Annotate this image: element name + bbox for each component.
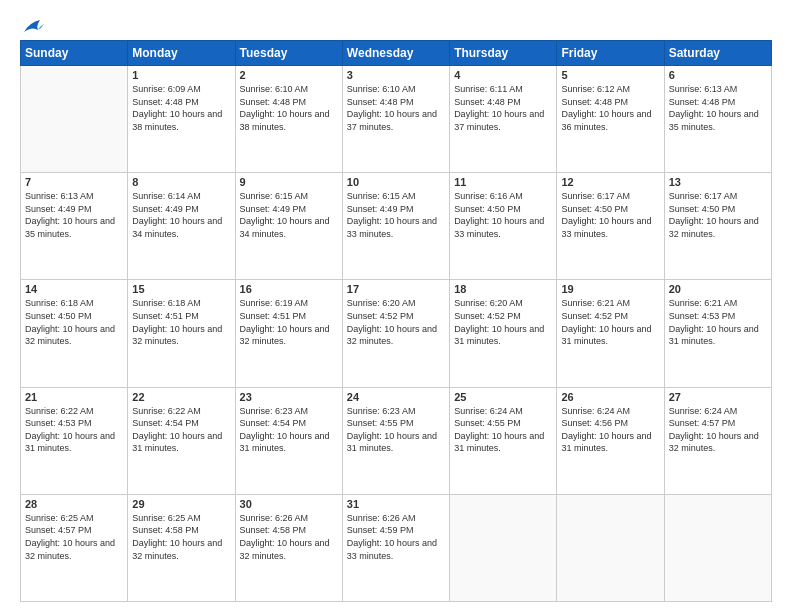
calendar-cell: 23 Sunrise: 6:23 AMSunset: 4:54 PMDaylig… [235, 387, 342, 494]
day-number: 21 [25, 391, 123, 403]
day-number: 1 [132, 69, 230, 81]
day-number: 15 [132, 283, 230, 295]
day-info: Sunrise: 6:09 AMSunset: 4:48 PMDaylight:… [132, 83, 230, 133]
day-info: Sunrise: 6:17 AMSunset: 4:50 PMDaylight:… [561, 190, 659, 240]
day-number: 29 [132, 498, 230, 510]
day-info: Sunrise: 6:24 AMSunset: 4:57 PMDaylight:… [669, 405, 767, 455]
day-number: 19 [561, 283, 659, 295]
day-info: Sunrise: 6:20 AMSunset: 4:52 PMDaylight:… [454, 297, 552, 347]
calendar-cell: 22 Sunrise: 6:22 AMSunset: 4:54 PMDaylig… [128, 387, 235, 494]
calendar-cell: 27 Sunrise: 6:24 AMSunset: 4:57 PMDaylig… [664, 387, 771, 494]
calendar-cell: 18 Sunrise: 6:20 AMSunset: 4:52 PMDaylig… [450, 280, 557, 387]
day-number: 8 [132, 176, 230, 188]
day-number: 7 [25, 176, 123, 188]
calendar-header-saturday: Saturday [664, 41, 771, 66]
calendar-week-row: 7 Sunrise: 6:13 AMSunset: 4:49 PMDayligh… [21, 173, 772, 280]
day-info: Sunrise: 6:14 AMSunset: 4:49 PMDaylight:… [132, 190, 230, 240]
calendar-cell [21, 66, 128, 173]
day-info: Sunrise: 6:22 AMSunset: 4:53 PMDaylight:… [25, 405, 123, 455]
calendar-week-row: 14 Sunrise: 6:18 AMSunset: 4:50 PMDaylig… [21, 280, 772, 387]
calendar-cell: 28 Sunrise: 6:25 AMSunset: 4:57 PMDaylig… [21, 494, 128, 601]
day-info: Sunrise: 6:18 AMSunset: 4:50 PMDaylight:… [25, 297, 123, 347]
calendar-header-monday: Monday [128, 41, 235, 66]
page: SundayMondayTuesdayWednesdayThursdayFrid… [0, 0, 792, 612]
calendar-cell: 1 Sunrise: 6:09 AMSunset: 4:48 PMDayligh… [128, 66, 235, 173]
day-number: 5 [561, 69, 659, 81]
calendar-cell: 17 Sunrise: 6:20 AMSunset: 4:52 PMDaylig… [342, 280, 449, 387]
calendar-cell [450, 494, 557, 601]
calendar-cell: 16 Sunrise: 6:19 AMSunset: 4:51 PMDaylig… [235, 280, 342, 387]
calendar-header-tuesday: Tuesday [235, 41, 342, 66]
day-info: Sunrise: 6:21 AMSunset: 4:52 PMDaylight:… [561, 297, 659, 347]
day-number: 2 [240, 69, 338, 81]
calendar-week-row: 28 Sunrise: 6:25 AMSunset: 4:57 PMDaylig… [21, 494, 772, 601]
calendar-cell: 7 Sunrise: 6:13 AMSunset: 4:49 PMDayligh… [21, 173, 128, 280]
day-info: Sunrise: 6:25 AMSunset: 4:58 PMDaylight:… [132, 512, 230, 562]
day-number: 16 [240, 283, 338, 295]
day-info: Sunrise: 6:17 AMSunset: 4:50 PMDaylight:… [669, 190, 767, 240]
day-info: Sunrise: 6:19 AMSunset: 4:51 PMDaylight:… [240, 297, 338, 347]
day-info: Sunrise: 6:26 AMSunset: 4:58 PMDaylight:… [240, 512, 338, 562]
day-number: 31 [347, 498, 445, 510]
day-number: 27 [669, 391, 767, 403]
day-info: Sunrise: 6:10 AMSunset: 4:48 PMDaylight:… [347, 83, 445, 133]
calendar-cell: 21 Sunrise: 6:22 AMSunset: 4:53 PMDaylig… [21, 387, 128, 494]
calendar-cell: 20 Sunrise: 6:21 AMSunset: 4:53 PMDaylig… [664, 280, 771, 387]
calendar-cell: 9 Sunrise: 6:15 AMSunset: 4:49 PMDayligh… [235, 173, 342, 280]
calendar-cell: 5 Sunrise: 6:12 AMSunset: 4:48 PMDayligh… [557, 66, 664, 173]
day-number: 30 [240, 498, 338, 510]
calendar-cell: 15 Sunrise: 6:18 AMSunset: 4:51 PMDaylig… [128, 280, 235, 387]
day-info: Sunrise: 6:15 AMSunset: 4:49 PMDaylight:… [347, 190, 445, 240]
day-info: Sunrise: 6:23 AMSunset: 4:55 PMDaylight:… [347, 405, 445, 455]
calendar-cell: 13 Sunrise: 6:17 AMSunset: 4:50 PMDaylig… [664, 173, 771, 280]
day-number: 18 [454, 283, 552, 295]
day-number: 12 [561, 176, 659, 188]
calendar-cell: 25 Sunrise: 6:24 AMSunset: 4:55 PMDaylig… [450, 387, 557, 494]
day-number: 13 [669, 176, 767, 188]
day-number: 3 [347, 69, 445, 81]
calendar-cell [557, 494, 664, 601]
day-info: Sunrise: 6:13 AMSunset: 4:49 PMDaylight:… [25, 190, 123, 240]
calendar-cell: 31 Sunrise: 6:26 AMSunset: 4:59 PMDaylig… [342, 494, 449, 601]
day-info: Sunrise: 6:16 AMSunset: 4:50 PMDaylight:… [454, 190, 552, 240]
day-number: 23 [240, 391, 338, 403]
day-info: Sunrise: 6:24 AMSunset: 4:56 PMDaylight:… [561, 405, 659, 455]
day-info: Sunrise: 6:10 AMSunset: 4:48 PMDaylight:… [240, 83, 338, 133]
calendar-cell: 29 Sunrise: 6:25 AMSunset: 4:58 PMDaylig… [128, 494, 235, 601]
calendar-cell: 26 Sunrise: 6:24 AMSunset: 4:56 PMDaylig… [557, 387, 664, 494]
day-number: 14 [25, 283, 123, 295]
header [20, 18, 772, 32]
day-info: Sunrise: 6:15 AMSunset: 4:49 PMDaylight:… [240, 190, 338, 240]
calendar-cell: 30 Sunrise: 6:26 AMSunset: 4:58 PMDaylig… [235, 494, 342, 601]
day-info: Sunrise: 6:20 AMSunset: 4:52 PMDaylight:… [347, 297, 445, 347]
calendar-cell: 19 Sunrise: 6:21 AMSunset: 4:52 PMDaylig… [557, 280, 664, 387]
calendar-header-sunday: Sunday [21, 41, 128, 66]
day-info: Sunrise: 6:22 AMSunset: 4:54 PMDaylight:… [132, 405, 230, 455]
day-number: 17 [347, 283, 445, 295]
calendar-header-wednesday: Wednesday [342, 41, 449, 66]
calendar-cell: 4 Sunrise: 6:11 AMSunset: 4:48 PMDayligh… [450, 66, 557, 173]
day-info: Sunrise: 6:12 AMSunset: 4:48 PMDaylight:… [561, 83, 659, 133]
calendar-week-row: 21 Sunrise: 6:22 AMSunset: 4:53 PMDaylig… [21, 387, 772, 494]
calendar-cell: 24 Sunrise: 6:23 AMSunset: 4:55 PMDaylig… [342, 387, 449, 494]
day-number: 9 [240, 176, 338, 188]
day-number: 4 [454, 69, 552, 81]
calendar-header-friday: Friday [557, 41, 664, 66]
day-info: Sunrise: 6:21 AMSunset: 4:53 PMDaylight:… [669, 297, 767, 347]
day-info: Sunrise: 6:26 AMSunset: 4:59 PMDaylight:… [347, 512, 445, 562]
calendar-header-row: SundayMondayTuesdayWednesdayThursdayFrid… [21, 41, 772, 66]
calendar-header-thursday: Thursday [450, 41, 557, 66]
day-info: Sunrise: 6:24 AMSunset: 4:55 PMDaylight:… [454, 405, 552, 455]
calendar-cell: 11 Sunrise: 6:16 AMSunset: 4:50 PMDaylig… [450, 173, 557, 280]
calendar-cell: 8 Sunrise: 6:14 AMSunset: 4:49 PMDayligh… [128, 173, 235, 280]
day-number: 28 [25, 498, 123, 510]
calendar-week-row: 1 Sunrise: 6:09 AMSunset: 4:48 PMDayligh… [21, 66, 772, 173]
day-number: 11 [454, 176, 552, 188]
calendar-cell: 3 Sunrise: 6:10 AMSunset: 4:48 PMDayligh… [342, 66, 449, 173]
day-info: Sunrise: 6:23 AMSunset: 4:54 PMDaylight:… [240, 405, 338, 455]
logo [20, 18, 44, 32]
day-number: 24 [347, 391, 445, 403]
calendar-table: SundayMondayTuesdayWednesdayThursdayFrid… [20, 40, 772, 602]
calendar-cell: 10 Sunrise: 6:15 AMSunset: 4:49 PMDaylig… [342, 173, 449, 280]
day-number: 10 [347, 176, 445, 188]
